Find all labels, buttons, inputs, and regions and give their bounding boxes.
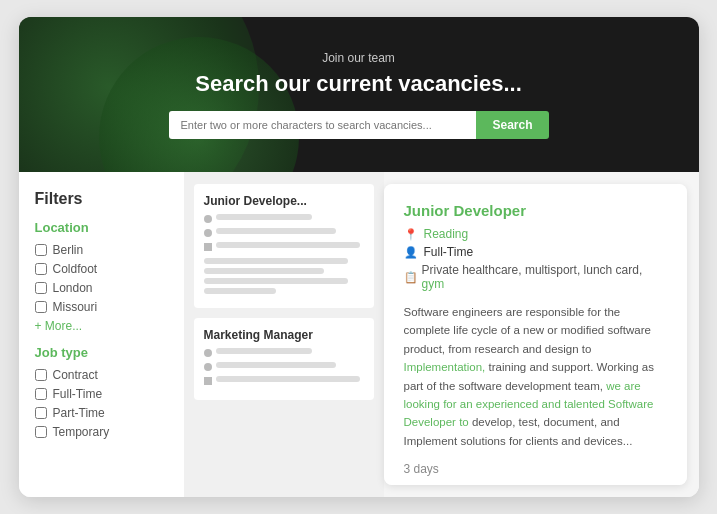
checkbox-contract[interactable] xyxy=(35,369,47,381)
benefits-icon: 📋 xyxy=(404,271,418,284)
filter-item-london: London xyxy=(35,281,168,295)
search-bar: Search xyxy=(169,111,549,139)
job-desc-line-4 xyxy=(204,288,276,294)
job-card-title-2: Marketing Manager xyxy=(204,328,364,342)
label-parttime[interactable]: Part-Time xyxy=(53,406,105,420)
search-input[interactable] xyxy=(169,111,477,139)
job-card-junior-developer[interactable]: Junior Develope... xyxy=(194,184,374,308)
job-meta-benefits-2 xyxy=(216,376,360,382)
type-icon-1 xyxy=(204,229,212,237)
checkbox-fulltime[interactable] xyxy=(35,388,47,400)
filter-item-coldfoot: Coldfoot xyxy=(35,262,168,276)
job-meta-location-1 xyxy=(216,214,312,220)
label-berlin[interactable]: Berlin xyxy=(53,243,84,257)
filter-item-berlin: Berlin xyxy=(35,243,168,257)
benefits-text: Private healthcare, multisport, lunch ca… xyxy=(422,263,667,291)
benefit-gym-link[interactable]: gym xyxy=(422,277,445,291)
location-icon-1 xyxy=(204,215,212,223)
checkbox-london[interactable] xyxy=(35,282,47,294)
job-desc-line-3 xyxy=(204,278,348,284)
type-icon-2 xyxy=(204,363,212,371)
detail-location-row: 📍 Reading xyxy=(404,227,667,241)
filter-item-parttime: Part-Time xyxy=(35,406,168,420)
checkbox-temporary[interactable] xyxy=(35,426,47,438)
label-missouri[interactable]: Missouri xyxy=(53,300,98,314)
filter-item-temporary: Temporary xyxy=(35,425,168,439)
more-locations-link[interactable]: + More... xyxy=(35,319,168,333)
job-icon-row-3 xyxy=(204,242,364,252)
search-button[interactable]: Search xyxy=(476,111,548,139)
job-card-marketing-manager[interactable]: Marketing Manager xyxy=(194,318,374,400)
jobtype-filter-title: Job type xyxy=(35,345,168,360)
label-temporary[interactable]: Temporary xyxy=(53,425,110,439)
filters-title: Filters xyxy=(35,190,168,208)
highlight-to: to xyxy=(459,416,469,428)
filter-item-missouri: Missouri xyxy=(35,300,168,314)
hero-title: Search our current vacancies... xyxy=(195,71,522,97)
label-coldfoot[interactable]: Coldfoot xyxy=(53,262,98,276)
label-fulltime[interactable]: Full-Time xyxy=(53,387,103,401)
detail-location: Reading xyxy=(424,227,469,241)
detail-type-row: 👤 Full-Time xyxy=(404,245,667,259)
benefits-icon-1 xyxy=(204,243,212,251)
checkbox-coldfoot[interactable] xyxy=(35,263,47,275)
checkbox-parttime[interactable] xyxy=(35,407,47,419)
job-icon-row-5 xyxy=(204,362,364,372)
job-meta-benefits-1 xyxy=(216,242,360,248)
job-desc-line-1 xyxy=(204,258,348,264)
detail-job-title: Junior Developer xyxy=(404,202,667,219)
location-pin-icon: 📍 xyxy=(404,228,418,241)
detail-description: Software engineers are responsible for t… xyxy=(404,303,667,450)
job-icon-row-4 xyxy=(204,348,364,358)
filter-item-contract: Contract xyxy=(35,368,168,382)
detail-benefits-row: 📋 Private healthcare, multisport, lunch … xyxy=(404,263,667,291)
benefits-icon-2 xyxy=(204,377,212,385)
checkbox-missouri[interactable] xyxy=(35,301,47,313)
job-meta-location-2 xyxy=(216,348,312,354)
sidebar: Filters Location Berlin Coldfoot London xyxy=(19,172,184,497)
location-icon-2 xyxy=(204,349,212,357)
job-desc-line-2 xyxy=(204,268,324,274)
job-meta-type-2 xyxy=(216,362,336,368)
highlight-implementation: Implementation, xyxy=(404,361,486,373)
location-filter-section: Location Berlin Coldfoot London Missouri xyxy=(35,220,168,333)
location-filter-title: Location xyxy=(35,220,168,235)
detail-type: Full-Time xyxy=(424,245,474,259)
job-list-panel: Junior Develope... xyxy=(184,172,384,497)
checkbox-berlin[interactable] xyxy=(35,244,47,256)
highlight-looking: we are looking for an experienced and ta… xyxy=(404,380,654,429)
job-icon-row-6 xyxy=(204,376,364,386)
job-icon-row-2 xyxy=(204,228,364,238)
job-icon-row-1 xyxy=(204,214,364,224)
detail-date: 3 days xyxy=(404,462,667,476)
content-area: Filters Location Berlin Coldfoot London xyxy=(19,172,699,497)
jobtype-filter-section: Job type Contract Full-Time Part-Time Te… xyxy=(35,345,168,439)
job-meta-type-1 xyxy=(216,228,336,234)
job-type-icon: 👤 xyxy=(404,246,418,259)
label-london[interactable]: London xyxy=(53,281,93,295)
hero-subtitle: Join our team xyxy=(322,51,395,65)
label-contract[interactable]: Contract xyxy=(53,368,98,382)
detail-panel: Junior Developer 📍 Reading 👤 Full-Time 📋… xyxy=(384,184,687,485)
filter-item-fulltime: Full-Time xyxy=(35,387,168,401)
job-card-title-1: Junior Develope... xyxy=(204,194,364,208)
main-container: Join our team Search our current vacanci… xyxy=(19,17,699,497)
hero-section: Join our team Search our current vacanci… xyxy=(19,17,699,172)
